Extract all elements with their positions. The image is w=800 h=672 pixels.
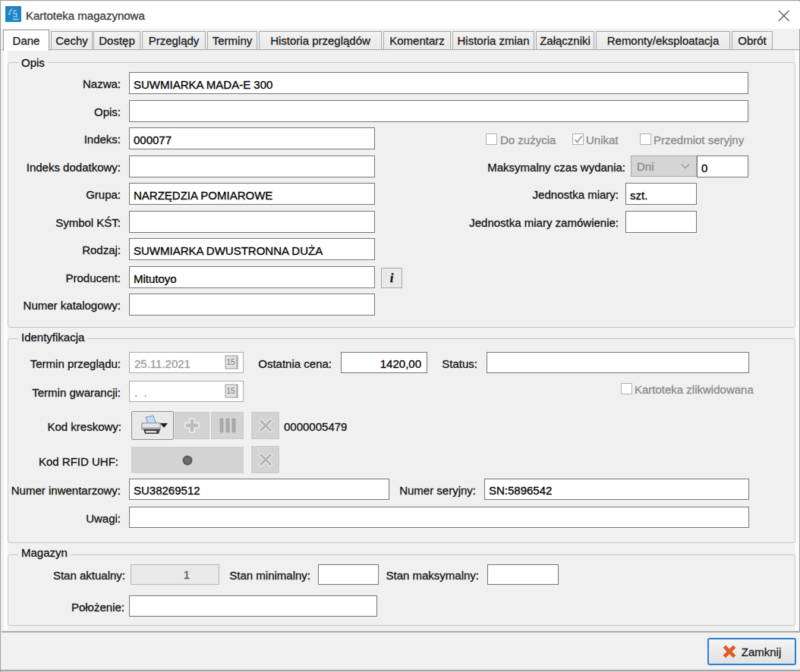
svg-text:15: 15: [226, 358, 235, 366]
svg-text:15: 15: [226, 387, 235, 395]
